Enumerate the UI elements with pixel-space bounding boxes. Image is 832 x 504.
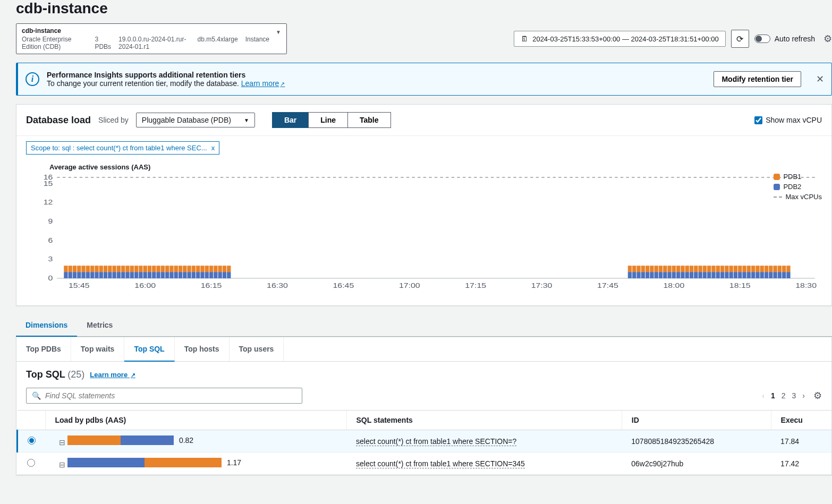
caret-down-icon: ▼ <box>276 29 281 35</box>
expand-icon[interactable]: ⊟ <box>59 438 65 447</box>
database-load-panel: Database load Sliced by Pluggable Databa… <box>16 104 832 306</box>
modify-retention-tier-button[interactable]: Modify retention tier <box>714 71 801 87</box>
svg-rect-119 <box>676 272 680 278</box>
svg-rect-159 <box>765 272 768 278</box>
svg-rect-93 <box>223 272 226 278</box>
svg-text:17:00: 17:00 <box>399 282 420 289</box>
svg-rect-129 <box>698 272 702 278</box>
svg-rect-138 <box>716 266 720 272</box>
table-settings-gear-icon[interactable]: ⚙ <box>813 390 822 402</box>
svg-rect-166 <box>778 266 782 272</box>
subtab-top-pdbs[interactable]: Top PDBs <box>16 337 71 361</box>
svg-rect-61 <box>152 272 156 278</box>
subtab-top-waits[interactable]: Top waits <box>71 337 125 361</box>
subtab-top-hosts[interactable]: Top hosts <box>175 337 230 361</box>
svg-rect-140 <box>720 266 724 272</box>
svg-rect-58 <box>143 266 147 272</box>
svg-rect-63 <box>156 272 160 278</box>
tab-dimensions[interactable]: Dimensions <box>16 314 77 337</box>
sql-statement[interactable]: select count(*) ct from table1 where SEC… <box>356 437 516 446</box>
svg-rect-136 <box>711 266 715 272</box>
svg-rect-149 <box>742 272 746 278</box>
show-max-vcpu-checkbox[interactable]: Show max vCPU <box>754 116 822 124</box>
col-load[interactable]: Load by pdbs (AAS) <box>45 411 346 430</box>
page-3[interactable]: 3 <box>792 391 796 400</box>
svg-rect-141 <box>725 272 728 278</box>
page-next-icon[interactable]: › <box>802 391 805 400</box>
subtab-top-sql[interactable]: Top SQL <box>124 337 174 362</box>
dimension-subtabs: Top PDBs Top waits Top SQL Top hosts Top… <box>16 337 831 362</box>
view-table-button[interactable]: Table <box>347 112 391 128</box>
svg-rect-107 <box>650 272 653 278</box>
svg-rect-92 <box>218 266 222 272</box>
svg-rect-128 <box>694 266 698 272</box>
view-bar-button[interactable]: Bar <box>272 112 308 128</box>
expand-icon[interactable]: ⊟ <box>59 460 65 469</box>
svg-text:16:15: 16:15 <box>201 282 222 289</box>
close-icon[interactable]: ✕ <box>816 73 824 85</box>
svg-rect-87 <box>209 272 213 278</box>
banner-learn-more-link[interactable]: Learn more↗ <box>241 79 285 88</box>
svg-text:15:45: 15:45 <box>69 282 90 289</box>
gear-icon[interactable]: ⚙ <box>823 33 832 45</box>
svg-rect-133 <box>707 272 711 278</box>
svg-rect-97 <box>628 272 632 278</box>
svg-rect-80 <box>192 266 196 272</box>
svg-rect-65 <box>161 272 165 278</box>
col-sql[interactable]: SQL statements <box>346 411 622 430</box>
tab-metrics[interactable]: Metrics <box>77 314 122 336</box>
svg-rect-72 <box>174 266 178 272</box>
svg-text:16: 16 <box>44 174 53 181</box>
svg-rect-38 <box>99 266 103 272</box>
aas-chart[interactable]: 036912151615:4516:0016:1516:3016:4517:00… <box>26 174 822 291</box>
svg-rect-130 <box>698 266 702 272</box>
svg-rect-81 <box>196 272 200 278</box>
exec-value: 17.42 <box>771 452 831 475</box>
svg-rect-41 <box>108 272 112 278</box>
top-sql-learn-more-link[interactable]: Learn more ↗ <box>90 371 135 379</box>
view-line-button[interactable]: Line <box>308 112 347 128</box>
svg-rect-35 <box>95 272 98 278</box>
row-radio[interactable] <box>27 459 35 467</box>
scope-filter-chip[interactable]: Scope to: sql : select count(*) ct from … <box>26 141 219 155</box>
svg-rect-89 <box>214 272 217 278</box>
page-2[interactable]: 2 <box>782 391 786 400</box>
chart-legend: PDB1 PDB2 Max vCPUs <box>774 173 822 203</box>
time-range-picker[interactable]: 🗓 2024-03-25T15:33:53+00:00 — 2024-03-25… <box>514 31 726 47</box>
page-1[interactable]: 1 <box>771 391 775 400</box>
svg-rect-74 <box>179 266 182 272</box>
table-row[interactable]: ⊟ 0.82 select count(*) ct from table1 wh… <box>18 430 832 452</box>
svg-text:16:45: 16:45 <box>333 282 354 289</box>
row-radio[interactable] <box>28 437 36 445</box>
col-id[interactable]: ID <box>622 411 771 430</box>
svg-rect-170 <box>786 266 790 272</box>
svg-rect-161 <box>769 272 772 278</box>
main-tabs: Dimensions Metrics <box>16 314 832 337</box>
svg-rect-53 <box>134 272 138 278</box>
table-row[interactable]: ⊟ 1.17 select count(*) ct from table1 wh… <box>18 452 832 475</box>
sql-search-input[interactable] <box>45 391 296 400</box>
svg-rect-105 <box>646 272 649 278</box>
sliced-by-dropdown[interactable]: Pluggable Database (PDB) ▼ <box>136 113 255 127</box>
page-prev-icon[interactable]: ‹ <box>762 391 765 400</box>
svg-rect-85 <box>205 272 209 278</box>
svg-rect-48 <box>121 266 125 272</box>
refresh-button[interactable]: ⟳ <box>731 30 749 48</box>
svg-rect-67 <box>165 272 169 278</box>
svg-rect-103 <box>641 272 645 278</box>
remove-chip-icon[interactable]: x <box>211 144 215 152</box>
panel-header: Database load Sliced by Pluggable Databa… <box>16 105 831 136</box>
subtab-top-users[interactable]: Top users <box>230 337 284 361</box>
instance-selector[interactable]: cdb-instance Oracle Enterprise Edition (… <box>16 23 287 54</box>
svg-rect-116 <box>667 266 671 272</box>
svg-text:18:30: 18:30 <box>795 282 817 289</box>
svg-rect-153 <box>751 272 755 278</box>
sql-search-box[interactable]: 🔍 <box>26 388 302 404</box>
col-exec[interactable]: Execu <box>771 411 831 430</box>
svg-rect-46 <box>117 266 121 272</box>
svg-rect-110 <box>655 266 658 272</box>
sql-statement[interactable]: select count(*) ct from table1 where SEC… <box>356 459 525 468</box>
svg-text:17:30: 17:30 <box>531 282 553 289</box>
auto-refresh-toggle[interactable]: Auto refresh <box>754 35 815 43</box>
svg-rect-90 <box>214 266 217 272</box>
